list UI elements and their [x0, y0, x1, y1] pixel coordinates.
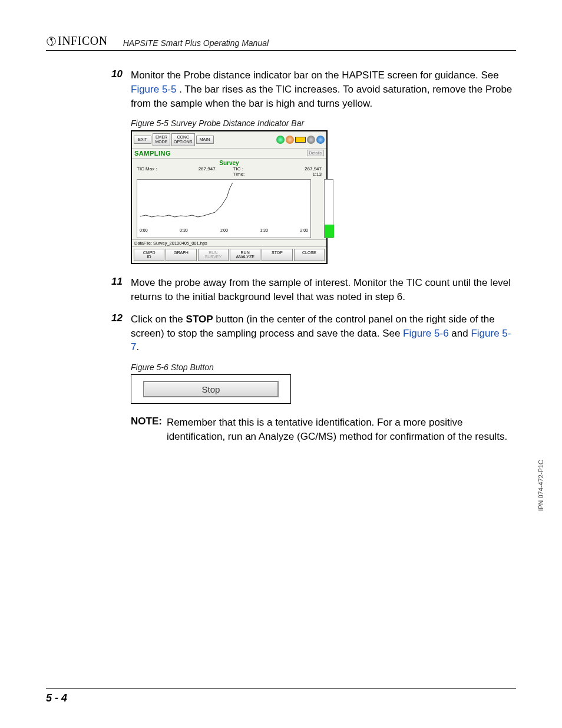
stop-button-visual[interactable]: Stop [143, 381, 279, 397]
x-tick: 1:00 [220, 228, 228, 232]
page-number: 5 - 4 [46, 692, 67, 704]
details-button[interactable]: Details [307, 150, 324, 156]
page-header: INFICON HAPSITE Smart Plus Operating Man… [46, 34, 516, 51]
datafile-label: DataFile: Survey_20100405_001.hps [132, 239, 326, 246]
screenshot-topbar: EXIT EMER MODE CONC OPTIONS MAIN [132, 131, 326, 147]
emer-mode-button[interactable]: EMER MODE [153, 133, 170, 146]
close-button[interactable]: CLOSE [294, 249, 325, 261]
probe-distance-indicator [325, 225, 334, 238]
step-text: Monitor the Probe distance indicator bar… [131, 68, 516, 110]
note-block: NOTE: Remember that this is a tentative … [131, 416, 516, 444]
tic-chart: 0:00 0:30 1:00 1:30 2:00 [137, 179, 311, 238]
tic-label: TIC : [233, 166, 245, 172]
page-footer: 5 - 4 [46, 688, 516, 704]
step-text: Click on the STOP button (in the center … [131, 312, 516, 354]
x-tick: 1:30 [260, 228, 268, 232]
probe-distance-bar-track [324, 179, 333, 238]
stop-button[interactable]: STOP [262, 249, 292, 261]
run-analyze-button[interactable]: RUN ANALYZE [230, 249, 260, 261]
ipn-code: IPN 074-472-P1C [537, 460, 544, 511]
run-survey-button[interactable]: RUN SURVEY [198, 249, 229, 261]
sampling-label: SAMPLING [134, 150, 171, 157]
survey-title: Survey [135, 160, 323, 166]
cmpd-id-button[interactable]: CMPD ID [134, 249, 164, 261]
exit-button[interactable]: EXIT [134, 136, 151, 144]
x-tick: 0:00 [140, 228, 148, 232]
survey-screenshot: EXIT EMER MODE CONC OPTIONS MAIN SAMPLIN… [131, 130, 328, 264]
brand-logo: INFICON [46, 34, 108, 48]
help-icon[interactable] [276, 136, 285, 144]
step-number: 11 [107, 276, 123, 304]
step-number: 12 [107, 312, 123, 354]
step-number: 10 [107, 68, 123, 110]
main-button[interactable]: MAIN [196, 136, 214, 144]
logo-text: INFICON [58, 34, 108, 48]
figure-5-5: EXIT EMER MODE CONC OPTIONS MAIN SAMPLIN… [131, 130, 516, 264]
figure-5-6-caption: Figure 5-6 Stop Button [131, 363, 516, 372]
time-value: 1:13 [305, 172, 322, 177]
tic-max-label: TIC Max : [137, 166, 157, 172]
tic-value: 267,947 [305, 166, 322, 172]
step-12: 12 Click on the STOP button (in the cent… [107, 312, 516, 354]
manual-title: HAPSITE Smart Plus Operating Manual [123, 38, 269, 48]
logo-icon [46, 36, 57, 47]
globe-icon[interactable] [316, 136, 325, 144]
graph-button[interactable]: GRAPH [166, 249, 196, 261]
step-text: Move the probe away from the sample of i… [131, 276, 516, 304]
step-11: 11 Move the probe away from the sample o… [107, 276, 516, 304]
note-text: Remember that this is a tentative identi… [167, 416, 516, 444]
tic-max-value: 267,947 [199, 166, 216, 172]
svg-point-1 [50, 38, 52, 40]
settings-icon[interactable] [307, 136, 315, 144]
figure-5-5-caption: Figure 5-5 Survey Probe Distance Indicat… [131, 118, 516, 128]
battery-icon [295, 137, 306, 143]
x-tick: 2:00 [300, 228, 308, 232]
note-label: NOTE: [131, 416, 162, 444]
figure-5-6-link[interactable]: Figure 5-6 [403, 328, 448, 339]
step-10: 10 Monitor the Probe distance indicator … [107, 68, 516, 110]
x-tick: 0:30 [180, 228, 188, 232]
figure-5-5-link[interactable]: Figure 5-5 [131, 84, 176, 95]
figure-5-6: Stop [131, 374, 516, 404]
time-label: Time: [233, 172, 245, 177]
info-icon[interactable] [286, 136, 294, 144]
conc-options-button[interactable]: CONC OPTIONS [171, 133, 195, 146]
